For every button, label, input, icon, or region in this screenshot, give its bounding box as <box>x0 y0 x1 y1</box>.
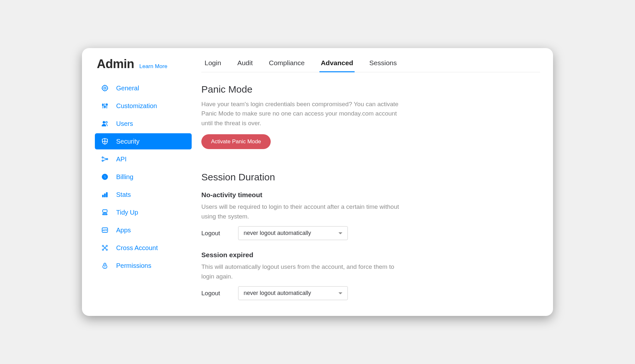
sidebar: Admin Learn More General Customization <box>95 57 192 309</box>
sidebar-item-tidy-up[interactable]: Tidy Up <box>95 204 192 220</box>
tab-sessions[interactable]: Sessions <box>368 57 398 72</box>
page-title: Admin <box>97 57 134 71</box>
session-expired-title: Session expired <box>201 251 540 259</box>
svg-point-34 <box>105 266 106 267</box>
sidebar-item-label: API <box>116 155 126 163</box>
main-content: Login Audit Compliance Advanced Sessions… <box>192 57 540 309</box>
sidebar-item-label: Customization <box>116 102 157 110</box>
session-expired-logout-value: never logout automatically <box>244 290 311 297</box>
svg-rect-18 <box>106 192 107 197</box>
sidebar-item-label: Permissions <box>116 262 151 270</box>
svg-point-12 <box>102 160 103 161</box>
sidebar-item-security[interactable]: Security <box>95 133 192 149</box>
svg-point-28 <box>102 245 104 247</box>
sidebar-item-label: Apps <box>116 226 131 234</box>
panic-mode-desc: Have your team's login credentials been … <box>201 99 408 128</box>
svg-point-32 <box>104 247 106 248</box>
session-expired-subsection: Session expired This will automatically … <box>201 251 540 300</box>
chevron-down-icon <box>338 292 342 294</box>
sidebar-item-customization[interactable]: Customization <box>95 98 192 114</box>
sidebar-item-label: Stats <box>116 191 131 199</box>
admin-window: Admin Learn More General Customization <box>82 48 553 316</box>
lock-icon <box>101 261 109 270</box>
sidebar-item-permissions[interactable]: Permissions <box>95 258 192 274</box>
svg-text:$: $ <box>104 175 106 179</box>
sidebar-item-label: Billing <box>116 173 133 181</box>
sidebar-item-general[interactable]: General <box>95 80 192 96</box>
panic-mode-section: Panic Mode Have your team's login creden… <box>201 84 540 149</box>
no-activity-form-row: Logout never logout automatically <box>201 226 540 240</box>
svg-point-0 <box>104 87 106 89</box>
sidebar-item-label: Security <box>116 137 139 146</box>
sliders-icon <box>101 102 109 110</box>
sidebar-item-users[interactable]: Users <box>95 116 192 132</box>
svg-rect-17 <box>104 194 106 197</box>
sidebar-item-label: Users <box>116 120 133 128</box>
api-icon <box>101 155 109 163</box>
session-expired-desc: This will automatically logout users fro… <box>201 262 408 281</box>
learn-more-link[interactable]: Learn More <box>139 63 167 70</box>
svg-point-29 <box>106 245 107 247</box>
svg-rect-19 <box>103 210 107 212</box>
svg-point-7 <box>103 121 105 124</box>
sidebar-nav: General Customization Users Security <box>95 80 192 274</box>
sidebar-item-label: Cross Account <box>116 244 158 252</box>
sidebar-item-cross-account[interactable]: Cross Account <box>95 240 192 256</box>
session-duration-section: Session Duration No-activity timeout Use… <box>201 172 540 300</box>
gear-icon <box>101 84 109 92</box>
activate-panic-mode-button[interactable]: Activate Panic Mode <box>201 134 271 149</box>
tab-login[interactable]: Login <box>203 57 222 72</box>
broom-icon <box>101 208 109 217</box>
sidebar-item-stats[interactable]: Stats <box>95 187 192 203</box>
no-activity-desc: Users will be required to login to their… <box>201 202 408 221</box>
no-activity-logout-label: Logout <box>201 230 225 237</box>
tab-audit[interactable]: Audit <box>236 57 254 72</box>
tab-compliance[interactable]: Compliance <box>267 57 306 72</box>
sidebar-item-billing[interactable]: $ Billing <box>95 169 192 185</box>
svg-point-8 <box>106 121 107 123</box>
chevron-down-icon <box>338 232 342 234</box>
security-tabs: Login Audit Compliance Advanced Sessions <box>201 57 540 72</box>
sidebar-item-label: Tidy Up <box>116 208 138 217</box>
svg-point-13 <box>106 158 108 160</box>
svg-point-11 <box>102 157 103 158</box>
tab-advanced[interactable]: Advanced <box>319 57 354 72</box>
panic-mode-title: Panic Mode <box>201 84 540 95</box>
sidebar-item-apps[interactable]: APP Apps <box>95 222 192 238</box>
stats-icon <box>101 190 109 199</box>
billing-icon: $ <box>101 173 109 181</box>
session-duration-title: Session Duration <box>201 172 540 183</box>
no-activity-logout-value: never logout automatically <box>244 230 311 237</box>
svg-rect-16 <box>102 195 104 197</box>
cross-account-icon <box>101 244 109 252</box>
shield-icon <box>101 137 109 146</box>
sidebar-item-api[interactable]: API <box>95 151 192 167</box>
no-activity-subsection: No-activity timeout Users will be requir… <box>201 191 540 240</box>
sidebar-header: Admin Learn More <box>95 57 192 71</box>
svg-text:APP: APP <box>102 229 107 232</box>
apps-icon: APP <box>101 226 109 234</box>
svg-point-30 <box>102 249 104 250</box>
no-activity-logout-select[interactable]: never logout automatically <box>238 226 348 240</box>
session-expired-logout-select[interactable]: never logout automatically <box>238 286 348 300</box>
no-activity-title: No-activity timeout <box>201 191 540 199</box>
users-icon <box>101 119 109 128</box>
session-expired-form-row: Logout never logout automatically <box>201 286 540 300</box>
svg-point-31 <box>106 249 107 250</box>
session-expired-logout-label: Logout <box>201 290 225 297</box>
sidebar-item-label: General <box>116 84 139 92</box>
